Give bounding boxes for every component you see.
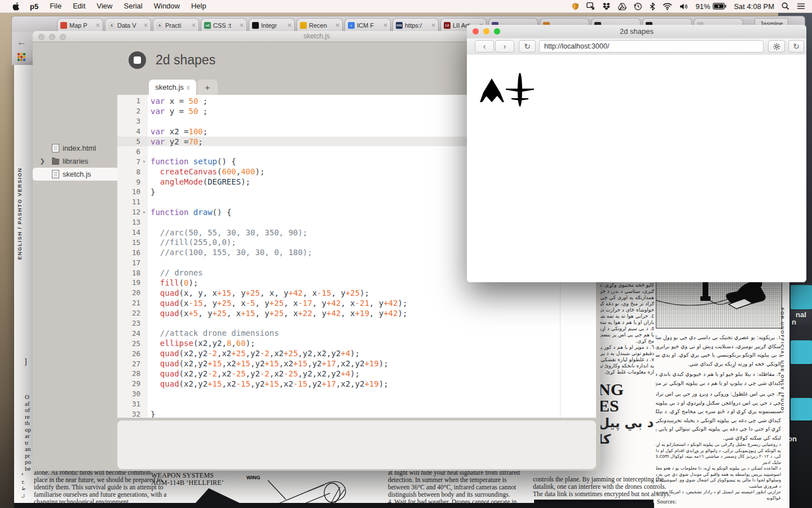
code-token: +25 [284, 349, 298, 358]
minimize-window-icon[interactable] [49, 34, 55, 40]
browser-tab[interactable]: Integr× [249, 18, 295, 32]
browser-tab[interactable]: w3CSS :t× [201, 18, 247, 32]
code-token [151, 369, 160, 378]
menu-edit[interactable]: Edit [67, 0, 91, 12]
sidebar-item-sketch-js[interactable]: sketch.js [33, 168, 117, 181]
menu-clock[interactable]: Sat 4:08 PM [734, 2, 774, 11]
code-line: quad(x, y, x+15, y+25, x, y+42, x-15, y+… [148, 288, 596, 298]
line-number: 3 [136, 117, 140, 125]
browser-tab[interactable]: APracti× [153, 18, 199, 32]
settings-gear-button[interactable] [768, 40, 785, 52]
tab-close-icon[interactable]: × [240, 21, 244, 29]
line-number: 13 [132, 218, 140, 226]
back-button[interactable]: ‹ [475, 40, 494, 52]
chevron-right-icon[interactable]: ❯ [38, 157, 46, 165]
code-token: //arc(100, 155, 30, 30, 0, 180); [151, 248, 312, 257]
menu-file[interactable]: File [44, 0, 67, 12]
apps-grid-icon[interactable] [17, 53, 28, 62]
reload-button[interactable]: ↻ [519, 40, 536, 52]
stop-button[interactable] [129, 51, 146, 69]
zoom-window-icon[interactable] [494, 28, 500, 34]
code-token [151, 177, 160, 186]
shield-icon[interactable] [572, 2, 579, 11]
code-token: ); [255, 167, 264, 176]
text-line: ٣. جي پي اس غلطول: وروکي د ډيرډ ور جي پي… [656, 389, 781, 398]
back-icon[interactable]: ← [17, 37, 27, 48]
console-panel[interactable] [117, 421, 596, 469]
url-field[interactable]: http://localhost:3000/ [539, 40, 764, 52]
code-token: 100 [188, 127, 202, 136]
code-token: quad [160, 379, 179, 388]
text-line: ل [21, 492, 25, 500]
code-token: +15 [293, 359, 307, 368]
tab-favicon: LII [444, 22, 451, 29]
menu-window[interactable]: Window [148, 0, 186, 12]
doc-bracket: ] [24, 357, 27, 366]
code-token: +42 [383, 299, 398, 308]
forward-button[interactable]: › [495, 40, 514, 52]
tab-close-icon[interactable]: × [288, 21, 292, 29]
tab-sketch-js[interactable]: sketch.js x [149, 80, 196, 95]
menu-help[interactable]: Help [186, 0, 212, 12]
sidebar-item-index-html[interactable]: index.html [33, 142, 117, 155]
wifi-icon[interactable] [663, 3, 672, 10]
tab-close-icon[interactable]: × [383, 21, 387, 29]
code-token: ( [203, 177, 208, 186]
tab-close-icon[interactable]: × [431, 21, 435, 29]
browser-tab[interactable]: Recen× [297, 18, 343, 32]
code-token: (x [179, 309, 189, 318]
new-tab-button[interactable]: + [197, 80, 218, 95]
code-token: var [151, 137, 165, 146]
time-machine-icon[interactable] [634, 2, 642, 11]
code-token: +19 [355, 309, 369, 318]
text-line: سيستمونه پري کړي او د ځنډ سره يي مخامخ ک… [656, 407, 781, 416]
reload-button-secondary[interactable]: ↻ [788, 40, 804, 52]
volume-icon[interactable] [679, 3, 688, 10]
google-drive-icon[interactable] [618, 3, 626, 10]
zoom-window-icon[interactable] [60, 34, 66, 40]
browser-tab[interactable]: ≡ICM F× [345, 18, 391, 32]
close-window-icon[interactable] [473, 28, 479, 34]
browser-toolbar: ← [11, 32, 33, 65]
preview-title-bar[interactable]: 2d shapes [467, 25, 806, 39]
notification-center-icon[interactable] [797, 3, 805, 10]
code-token: , y [331, 288, 345, 297]
line-number: 1 [136, 97, 140, 105]
text-line: يا هم جي پي اس پر بنسټ اړ [596, 332, 654, 338]
line-number: 4 [136, 127, 140, 135]
menu-app-name[interactable]: p5 [24, 2, 44, 11]
browser-tab[interactable]: AData V× [105, 18, 151, 32]
sidebar-item-libraries[interactable]: ❯libraries [33, 155, 117, 168]
tab-close-icon[interactable]: × [96, 21, 100, 29]
screen-sharing-icon[interactable] [586, 2, 595, 10]
apple-menu-icon[interactable] [8, 2, 24, 11]
text-line: کيداي شي چي دغه بي پيلوټه الوتکي د پخپله… [656, 416, 781, 425]
close-window-icon[interactable] [38, 34, 45, 40]
tab-close-icon[interactable]: × [144, 21, 148, 29]
spotlight-search-icon[interactable] [782, 2, 789, 10]
bluetooth-icon[interactable] [650, 2, 655, 11]
browser-tab[interactable]: FAShttps:/× [392, 18, 439, 32]
menu-serial[interactable]: Serial [118, 0, 148, 12]
tab-label: Recen [309, 22, 334, 29]
code-token: // drones [151, 268, 203, 277]
code-token: , x, y [260, 288, 289, 297]
fold-arrow-icon[interactable]: ▾ [140, 159, 148, 164]
text-line: detection. In summer when the temperatur… [388, 476, 520, 484]
tab-label: CSS :t [213, 22, 239, 29]
canvas-shape [483, 78, 500, 102]
dropbox-icon[interactable] [602, 2, 611, 10]
menu-view[interactable]: View [91, 0, 118, 12]
fold-arrow-icon[interactable]: ▾ [140, 209, 148, 215]
tab-close-icon[interactable]: × [192, 21, 196, 29]
tab-close-icon[interactable]: × [336, 21, 339, 29]
browser-tab[interactable]: Map P× [57, 18, 103, 32]
minimize-window-icon[interactable] [483, 28, 489, 34]
text-line: الوتکي څخه او ورته اړيکه پري کيداي شي. [656, 360, 781, 369]
gutter-row: 24 [117, 328, 148, 338]
tab-close-icon[interactable]: x [187, 84, 190, 91]
missile-line-art [240, 470, 398, 508]
doc-datalink-paragraph: controls the plane. By jamming or interc… [533, 476, 670, 498]
code-token: ,x2 [222, 359, 236, 368]
code-token: +15 [264, 359, 279, 368]
